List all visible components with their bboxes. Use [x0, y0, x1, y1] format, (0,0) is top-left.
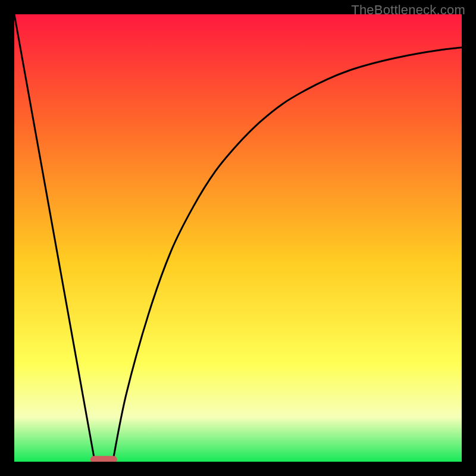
gradient-background [14, 14, 462, 462]
plot-area [14, 14, 462, 462]
chart-frame: TheBottleneck.com [0, 0, 476, 476]
bottleneck-chart [14, 14, 462, 462]
optimal-marker [90, 456, 117, 462]
